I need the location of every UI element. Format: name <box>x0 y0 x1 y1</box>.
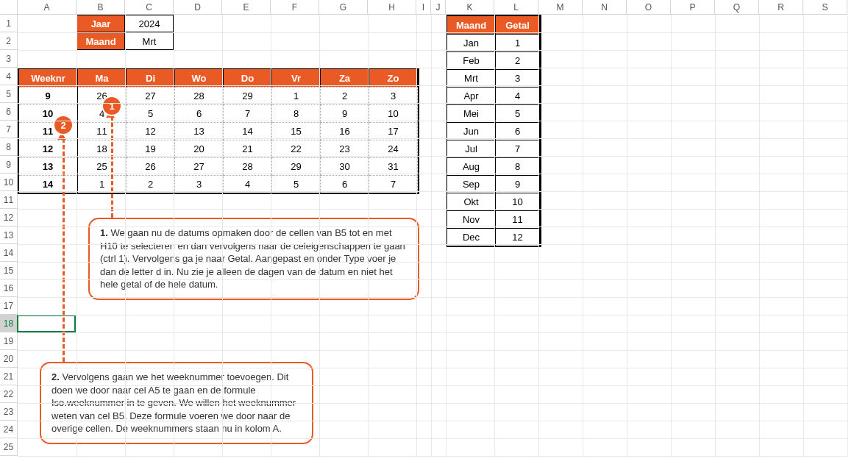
weeknr-cell[interactable]: 13 <box>19 157 78 175</box>
day-cell[interactable]: 30 <box>321 157 369 175</box>
column-header-P[interactable]: P <box>671 0 715 15</box>
day-cell[interactable]: 27 <box>175 157 224 175</box>
active-cell[interactable] <box>17 315 76 332</box>
day-cell[interactable]: 5 <box>272 175 321 193</box>
row-header-3[interactable]: 3 <box>0 50 18 68</box>
month-num-cell[interactable]: 11 <box>496 210 540 228</box>
row-header-1[interactable]: 1 <box>0 15 18 32</box>
month-name-cell[interactable]: Mrt <box>447 69 496 87</box>
day-cell[interactable]: 17 <box>369 122 418 140</box>
month-name-cell[interactable]: Sep <box>447 175 496 193</box>
column-header-H[interactable]: H <box>368 0 416 15</box>
calendar-header[interactable]: Ma <box>78 69 127 87</box>
weeknr-cell[interactable]: 14 <box>19 175 78 193</box>
row-header-14[interactable]: 14 <box>0 244 18 262</box>
day-cell[interactable]: 16 <box>321 122 369 140</box>
row-header-7[interactable]: 7 <box>0 121 18 138</box>
month-name-cell[interactable]: Mei <box>447 104 496 122</box>
row-header-4[interactable]: 4 <box>0 68 18 85</box>
day-cell[interactable]: 10 <box>369 104 418 122</box>
month-num-cell[interactable]: 8 <box>496 157 540 175</box>
month-header[interactable]: Maand <box>447 16 496 34</box>
maand-label-cell[interactable]: Maand <box>77 32 125 50</box>
column-header-E[interactable]: E <box>222 0 271 15</box>
grid-corner[interactable] <box>0 0 18 15</box>
calendar-header[interactable]: Weeknr <box>19 69 78 87</box>
row-header-12[interactable]: 12 <box>0 209 18 227</box>
day-cell[interactable]: 4 <box>224 175 272 193</box>
row-header-25[interactable]: 25 <box>0 438 18 456</box>
calendar-header[interactable]: Zo <box>369 69 418 87</box>
row-header-8[interactable]: 8 <box>0 138 18 156</box>
row-header-5[interactable]: 5 <box>0 85 18 103</box>
month-name-cell[interactable]: Jan <box>447 34 496 51</box>
row-header-9[interactable]: 9 <box>0 156 18 174</box>
day-cell[interactable]: 22 <box>272 140 321 157</box>
calendar-header[interactable]: Wo <box>175 69 224 87</box>
day-cell[interactable]: 19 <box>127 140 175 157</box>
column-header-Q[interactable]: Q <box>715 0 759 15</box>
day-cell[interactable]: 14 <box>224 122 272 140</box>
day-cell[interactable]: 1 <box>272 87 321 104</box>
month-name-cell[interactable]: Nov <box>447 210 496 228</box>
column-header-J[interactable]: J <box>431 0 446 15</box>
day-cell[interactable]: 7 <box>369 175 418 193</box>
row-header-17[interactable]: 17 <box>0 297 18 315</box>
calendar-header[interactable]: Do <box>224 69 272 87</box>
month-header[interactable]: Getal <box>496 16 540 34</box>
day-cell[interactable]: 5 <box>127 104 175 122</box>
month-name-cell[interactable]: Okt <box>447 193 496 210</box>
day-cell[interactable]: 3 <box>175 175 224 193</box>
column-header-F[interactable]: F <box>271 0 319 15</box>
weeknr-cell[interactable]: 9 <box>19 87 78 104</box>
row-header-20[interactable]: 20 <box>0 350 18 368</box>
column-header-K[interactable]: K <box>446 0 494 15</box>
day-cell[interactable]: 9 <box>321 104 369 122</box>
day-cell[interactable]: 28 <box>175 87 224 104</box>
day-cell[interactable]: 31 <box>369 157 418 175</box>
row-header-23[interactable]: 23 <box>0 403 18 421</box>
month-num-cell[interactable]: 10 <box>496 193 540 210</box>
day-cell[interactable]: 2 <box>321 87 369 104</box>
jaar-value-cell[interactable]: 2024 <box>125 15 174 32</box>
day-cell[interactable]: 15 <box>272 122 321 140</box>
column-header-N[interactable]: N <box>583 0 627 15</box>
day-cell[interactable]: 6 <box>175 104 224 122</box>
row-header-13[interactable]: 13 <box>0 227 18 244</box>
day-cell[interactable]: 21 <box>224 140 272 157</box>
month-num-cell[interactable]: 5 <box>496 104 540 122</box>
row-header-15[interactable]: 15 <box>0 262 18 279</box>
row-header-21[interactable]: 21 <box>0 368 18 385</box>
day-cell[interactable]: 23 <box>321 140 369 157</box>
day-cell[interactable]: 29 <box>224 87 272 104</box>
month-name-cell[interactable]: Jun <box>447 122 496 140</box>
month-name-cell[interactable]: Feb <box>447 51 496 69</box>
day-cell[interactable]: 1 <box>78 175 127 193</box>
month-num-cell[interactable]: 1 <box>496 34 540 51</box>
day-cell[interactable]: 24 <box>369 140 418 157</box>
day-cell[interactable]: 3 <box>369 87 418 104</box>
month-num-cell[interactable]: 3 <box>496 69 540 87</box>
calendar-header[interactable]: Za <box>321 69 369 87</box>
column-header-D[interactable]: D <box>174 0 222 15</box>
column-header-M[interactable]: M <box>538 0 583 15</box>
day-cell[interactable]: 2 <box>127 175 175 193</box>
month-num-cell[interactable]: 2 <box>496 51 540 69</box>
day-cell[interactable]: 27 <box>127 87 175 104</box>
day-cell[interactable]: 20 <box>175 140 224 157</box>
month-num-cell[interactable]: 7 <box>496 140 540 157</box>
month-num-cell[interactable]: 12 <box>496 228 540 246</box>
month-num-cell[interactable]: 4 <box>496 87 540 104</box>
row-header-16[interactable]: 16 <box>0 279 18 297</box>
day-cell[interactable]: 13 <box>175 122 224 140</box>
row-header-2[interactable]: 2 <box>0 32 18 50</box>
day-cell[interactable]: 7 <box>224 104 272 122</box>
day-cell[interactable]: 18 <box>78 140 127 157</box>
column-header-I[interactable]: I <box>416 0 431 15</box>
column-header-O[interactable]: O <box>627 0 671 15</box>
maand-value-cell[interactable]: Mrt <box>125 32 174 50</box>
column-header-L[interactable]: L <box>494 0 538 15</box>
month-name-cell[interactable]: Dec <box>447 228 496 246</box>
month-name-cell[interactable]: Aug <box>447 157 496 175</box>
row-header-6[interactable]: 6 <box>0 103 18 121</box>
